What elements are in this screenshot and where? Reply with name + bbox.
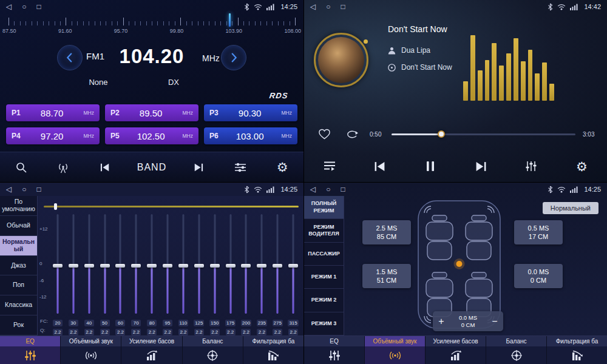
eq-slider-knob[interactable]: [273, 264, 282, 268]
surround-mode-item[interactable]: РЕЖИМ ВОДИТЕЛЯ: [304, 219, 344, 242]
eq-slider-knob[interactable]: [100, 264, 110, 268]
previous-track-icon[interactable]: [370, 161, 390, 172]
eq-slider-knob[interactable]: [163, 264, 172, 268]
tab-bass-boost[interactable]: Усиление басов: [426, 336, 486, 364]
repeat-icon[interactable]: [342, 129, 362, 140]
eq-preset-item[interactable]: Классика: [0, 295, 37, 315]
tune-sliders-icon[interactable]: [230, 162, 251, 173]
ruler-tick: [77, 21, 78, 25]
eq-preset-item[interactable]: Джаз: [0, 256, 37, 276]
preset-button-p1[interactable]: P188.70MHz: [6, 104, 100, 121]
recents-nav-button[interactable]: □: [341, 186, 345, 193]
rds-badge: RDS: [268, 91, 288, 100]
eq-slider-knob[interactable]: [84, 264, 94, 268]
surround-mode-item[interactable]: ПОЛНЫЙ РЕЖИМ: [304, 196, 344, 219]
surround-mode-item[interactable]: РЕЖИМ 2: [304, 289, 344, 312]
eq-slider-knob[interactable]: [257, 264, 266, 268]
eq-preset-item[interactable]: Обычай: [0, 216, 37, 236]
search-icon[interactable]: [11, 161, 32, 174]
ruler-tick: [8, 18, 9, 25]
q-cell: 2.2: [239, 325, 254, 336]
album-row: Don't Start Now: [388, 63, 452, 72]
progress-bar[interactable]: [392, 133, 575, 135]
tab-surround[interactable]: Объёмный звук: [365, 336, 426, 364]
eq-slider-knob[interactable]: [69, 264, 78, 268]
previous-track-icon[interactable]: [95, 163, 115, 172]
sound-profile-button[interactable]: Нормальный: [543, 202, 599, 214]
tab-filter[interactable]: Фильтрация ба: [243, 336, 304, 364]
band-button[interactable]: BAND: [137, 162, 166, 173]
ruler-tick: [83, 21, 84, 25]
q-cell: 2.2: [113, 325, 129, 336]
eq-slider-knob[interactable]: [115, 264, 125, 268]
surround-mode-item[interactable]: РЕЖИМ 1: [304, 266, 344, 289]
recents-nav-button[interactable]: □: [36, 186, 41, 193]
eq-slider-knob[interactable]: [147, 264, 157, 268]
eq-sliders-icon[interactable]: [521, 161, 541, 172]
settings-gear-icon[interactable]: ⚙: [272, 161, 293, 174]
tab-balance[interactable]: Баланс: [486, 336, 547, 364]
preset-button-p2[interactable]: P289.50MHz: [105, 104, 198, 121]
delay-minus-button[interactable]: −: [486, 317, 503, 326]
ruler-tick: [89, 21, 89, 25]
eq-preset-item[interactable]: Поп: [0, 275, 37, 295]
ruler-tick: [272, 21, 273, 25]
broadcast-icon[interactable]: [53, 161, 73, 174]
back-nav-button[interactable]: ◁: [310, 3, 316, 10]
eq-band-slider: [160, 214, 175, 314]
eq-slider-knob[interactable]: [241, 264, 251, 268]
recents-nav-button[interactable]: □: [341, 3, 345, 10]
preset-button-p4[interactable]: P497.20MHz: [6, 127, 100, 144]
tune-up-button[interactable]: [221, 45, 246, 70]
tab-eq-sliders[interactable]: EQ: [0, 336, 61, 364]
pause-button[interactable]: [420, 160, 441, 172]
android-nav: ◁ ○ □: [310, 186, 345, 193]
ruler-label: 103.90: [226, 28, 243, 34]
eq-preset-item[interactable]: Рок: [0, 315, 37, 335]
clock: 14:25: [584, 186, 601, 193]
home-nav-button[interactable]: ○: [326, 186, 330, 193]
tab-eq-sliders[interactable]: EQ: [304, 336, 365, 364]
surround-mode-item[interactable]: РЕЖИМ 3: [304, 312, 344, 335]
preset-button-p3[interactable]: P390.30MHz: [204, 104, 297, 121]
next-track-icon[interactable]: [470, 161, 491, 172]
eq-slider-knob[interactable]: [194, 264, 204, 268]
favorite-heart-icon[interactable]: [314, 129, 334, 140]
next-track-icon[interactable]: [188, 163, 209, 172]
frequency-ruler[interactable]: [8, 16, 295, 27]
q-cell: 2.2: [50, 325, 66, 336]
frequency-pointer[interactable]: [229, 13, 231, 27]
eq-slider-knob[interactable]: [210, 264, 220, 268]
eq-slider-knob[interactable]: [131, 264, 141, 268]
back-nav-button[interactable]: ◁: [6, 3, 12, 10]
tab-balance[interactable]: Баланс: [183, 336, 243, 364]
delay-plus-button[interactable]: +: [433, 317, 450, 326]
eq-preset-item[interactable]: Нормальный: [0, 236, 37, 256]
tab-icon-area: [183, 346, 243, 364]
tab-bass-boost[interactable]: Усиление басов: [121, 336, 182, 364]
eq-slider-knob[interactable]: [178, 264, 188, 268]
tab-filter[interactable]: Фильтрация ба: [547, 336, 607, 364]
surround-mode-item[interactable]: ПАССАЖИР: [304, 243, 344, 266]
eq-slider-knob[interactable]: [288, 264, 298, 268]
eq-slider-knob[interactable]: [53, 264, 63, 268]
playlist-icon[interactable]: [319, 161, 340, 172]
home-nav-button[interactable]: ○: [22, 186, 26, 193]
preset-button-p5[interactable]: P5102.50MHz: [105, 127, 198, 144]
delay-front-left: 2.5 MS 85 CM: [362, 220, 411, 244]
back-nav-button[interactable]: ◁: [6, 186, 12, 193]
eq-preset-item[interactable]: По умолчанию: [0, 196, 37, 216]
progress-knob[interactable]: [438, 130, 445, 138]
master-level-handle[interactable]: [54, 203, 57, 210]
preset-button-p6[interactable]: P6103.00MHz: [204, 127, 297, 144]
recents-nav-button[interactable]: □: [36, 3, 41, 10]
home-nav-button[interactable]: ○: [22, 3, 26, 10]
eq-slider-knob[interactable]: [226, 264, 236, 268]
tab-surround[interactable]: Объёмный звук: [61, 336, 121, 364]
master-level-slider[interactable]: [44, 206, 299, 207]
home-nav-button[interactable]: ○: [326, 3, 330, 10]
back-nav-button[interactable]: ◁: [310, 186, 316, 193]
settings-gear-icon[interactable]: ⚙: [571, 160, 592, 173]
eq-band-slider: [66, 214, 81, 314]
eq-band-slider: [191, 214, 207, 314]
